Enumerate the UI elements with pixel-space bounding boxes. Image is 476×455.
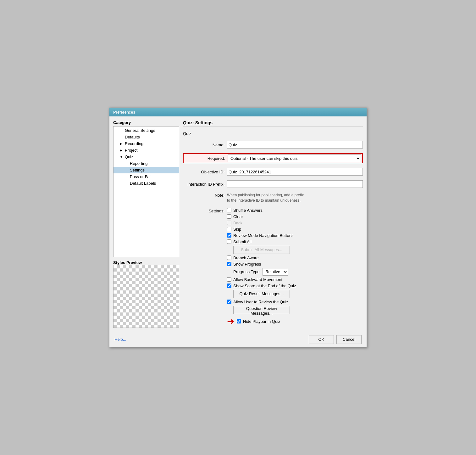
note-row: Note: When publishing for pool sharing, … xyxy=(183,193,363,203)
right-panel: Quiz: Settings Quiz: Name: Required: Opt… xyxy=(183,120,363,328)
title-bar: Preferences xyxy=(109,108,367,116)
sidebar-item-pass-or-fail[interactable]: Pass or Fail xyxy=(113,173,179,180)
red-arrow-icon: ➜ xyxy=(227,316,234,327)
show-progress-checkbox[interactable] xyxy=(227,262,231,266)
sidebar-item-label: Settings xyxy=(130,168,145,172)
back-checkbox xyxy=(227,221,231,225)
review-mode-row: Review Mode Navigation Buttons xyxy=(227,233,363,238)
skip-label: Skip xyxy=(233,227,241,232)
shuffle-answers-label: Shuffle Answers xyxy=(233,208,263,213)
sidebar-item-reporting[interactable]: Reporting xyxy=(113,160,179,167)
dialog-body: Category General Settings Defaults ▶ Rec… xyxy=(109,116,367,347)
required-select[interactable]: Optional - The user can skip this quiz R… xyxy=(228,154,361,162)
allow-backward-label: Allow Backward Movement xyxy=(233,277,282,282)
sidebar-item-general-settings[interactable]: General Settings xyxy=(113,127,179,134)
quiz-result-btn-container: Quiz Result Messages... xyxy=(227,290,363,298)
section-title: Quiz: Settings xyxy=(183,120,363,127)
sidebar-item-recording[interactable]: ▶ Recording xyxy=(113,140,179,147)
progress-type-label: Progress Type: xyxy=(233,269,261,274)
allow-backward-row: Allow Backward Movement xyxy=(227,277,363,282)
back-label: Back xyxy=(233,221,242,225)
interaction-id-input[interactable] xyxy=(227,180,363,188)
objective-id-input[interactable] xyxy=(227,168,363,176)
dialog-title: Preferences xyxy=(113,110,135,115)
category-label: Category xyxy=(113,120,179,125)
settings-row: Settings: Shuffle Answers Clear Ba xyxy=(183,208,363,327)
sidebar-item-label: Recording xyxy=(125,141,143,146)
arrow-down-icon: ▼ xyxy=(120,155,124,159)
quiz-result-messages-button[interactable]: Quiz Result Messages... xyxy=(233,290,290,298)
branch-aware-row: Branch Aware xyxy=(227,256,363,260)
sidebar-item-label: Project xyxy=(125,148,137,153)
show-score-row: Show Score at the End of the Quiz xyxy=(227,284,363,288)
progress-type-row: Progress Type: Relative Absolute xyxy=(233,268,363,276)
sidebar-item-label: Reporting xyxy=(130,161,147,166)
allow-review-checkbox[interactable] xyxy=(227,300,231,304)
sidebar-item-label: Quiz xyxy=(125,154,133,159)
objective-id-row: Objective ID: xyxy=(183,168,363,176)
sidebar-item-settings[interactable]: Settings xyxy=(113,167,179,173)
clear-label: Clear xyxy=(233,214,243,219)
show-progress-label: Show Progress xyxy=(233,262,261,267)
question-review-messages-button[interactable]: Question Review Messages... xyxy=(233,306,290,314)
sidebar-item-default-labels[interactable]: Default Labels xyxy=(113,180,179,187)
show-score-label: Show Score at the End of the Quiz xyxy=(233,284,296,288)
name-row: Name: xyxy=(183,141,363,149)
objective-id-label: Objective ID: xyxy=(183,170,227,174)
required-row: Required: Optional - The user can skip t… xyxy=(183,153,363,163)
review-mode-checkbox[interactable] xyxy=(227,233,231,238)
skip-row: Skip xyxy=(227,227,363,232)
allow-review-label: Allow User to Review the Quiz xyxy=(233,300,288,304)
shuffle-answers-checkbox[interactable] xyxy=(227,208,231,212)
button-group: OK Cancel xyxy=(309,335,362,344)
branch-aware-label: Branch Aware xyxy=(233,256,259,260)
name-input[interactable] xyxy=(227,141,363,149)
help-link[interactable]: Help... xyxy=(114,337,126,342)
interaction-id-label: Interaction ID Prefix: xyxy=(183,182,227,187)
required-label: Required: xyxy=(185,156,228,161)
left-panel: Category General Settings Defaults ▶ Rec… xyxy=(113,120,179,328)
name-label: Name: xyxy=(183,143,227,147)
styles-preview-label: Styles Preview xyxy=(113,260,179,265)
interaction-id-row: Interaction ID Prefix: xyxy=(183,180,363,188)
styles-preview-box xyxy=(113,265,179,328)
preferences-dialog: Preferences Category General Settings De… xyxy=(109,108,367,347)
sidebar-item-label: Defaults xyxy=(125,135,140,139)
hide-playbar-checkbox[interactable] xyxy=(237,319,241,323)
submit-all-row: Submit All xyxy=(227,239,363,244)
question-review-btn-container: Question Review Messages... xyxy=(227,306,363,314)
show-progress-row: Show Progress xyxy=(227,262,363,267)
clear-checkbox[interactable] xyxy=(227,214,231,219)
bottom-bar: Help... OK Cancel xyxy=(109,332,367,347)
submit-all-messages-button: Submit All Messages... xyxy=(233,246,290,254)
back-row: Back xyxy=(227,221,363,225)
sidebar-item-label: General Settings xyxy=(125,128,155,133)
review-mode-label: Review Mode Navigation Buttons xyxy=(233,233,294,238)
shuffle-answers-row: Shuffle Answers xyxy=(227,208,363,213)
settings-label: Settings: xyxy=(183,208,227,213)
quiz-label: Quiz: xyxy=(183,131,363,136)
sidebar-item-label: Default Labels xyxy=(130,181,156,186)
submit-all-checkbox[interactable] xyxy=(227,239,231,244)
hide-playbar-label: Hide Playbar in Quiz xyxy=(243,319,280,324)
sidebar-item-quiz[interactable]: ▼ Quiz xyxy=(113,154,179,160)
submit-all-btn-container: Submit All Messages... xyxy=(227,246,363,254)
show-score-checkbox[interactable] xyxy=(227,284,231,288)
tree-container: General Settings Defaults ▶ Recording ▶ … xyxy=(113,126,179,257)
sidebar-item-label: Pass or Fail xyxy=(130,174,152,179)
hide-playbar-row: Hide Playbar in Quiz xyxy=(237,319,280,324)
sidebar-item-project[interactable]: ▶ Project xyxy=(113,147,179,154)
note-label: Note: xyxy=(183,193,227,198)
allow-review-row: Allow User to Review the Quiz xyxy=(227,300,363,304)
settings-options: Shuffle Answers Clear Back Skip xyxy=(227,208,363,327)
arrow-right-icon: ▶ xyxy=(120,142,124,145)
cancel-button[interactable]: Cancel xyxy=(336,335,362,344)
arrow-right-icon: ▶ xyxy=(120,149,124,152)
ok-button[interactable]: OK xyxy=(309,335,334,344)
skip-checkbox[interactable] xyxy=(227,227,231,231)
progress-type-select[interactable]: Relative Absolute xyxy=(263,268,288,276)
sidebar-item-defaults[interactable]: Defaults xyxy=(113,134,179,140)
branch-aware-checkbox[interactable] xyxy=(227,256,231,260)
allow-backward-checkbox[interactable] xyxy=(227,277,231,282)
note-text: When publishing for pool sharing, add a … xyxy=(227,193,304,203)
